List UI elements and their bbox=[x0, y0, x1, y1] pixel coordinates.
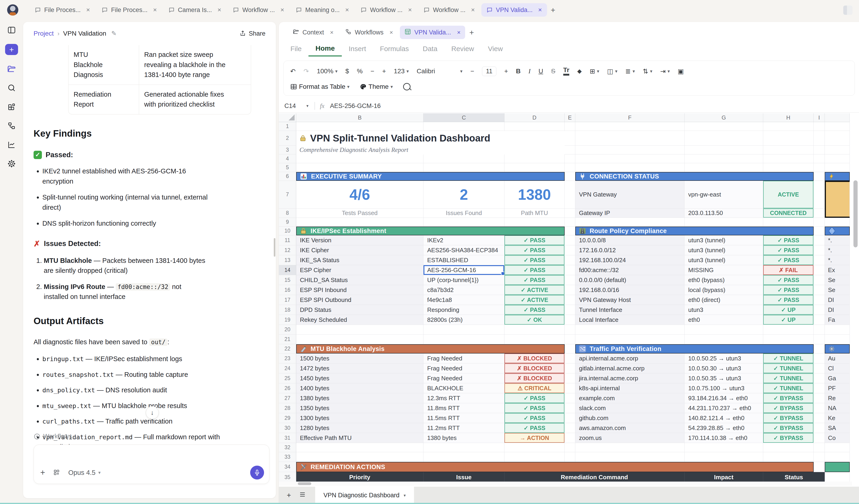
cell[interactable] bbox=[564, 285, 575, 295]
row-header-15[interactable]: 15 bbox=[279, 275, 296, 285]
cell[interactable]: 10.0.0.0/8 bbox=[575, 235, 684, 245]
percent-format-icon[interactable]: % bbox=[357, 67, 363, 75]
cell[interactable] bbox=[825, 334, 850, 344]
clipped-text-cell[interactable]: *. bbox=[825, 235, 850, 245]
row-header-10[interactable]: 10 bbox=[279, 226, 296, 235]
cell[interactable]: 44.231.170.237 → eth0 bbox=[684, 403, 763, 413]
menu-insert[interactable]: Insert bbox=[342, 42, 373, 56]
row-header-12[interactable]: 12 bbox=[279, 245, 296, 255]
cell[interactable]: 192.168.0.0/16 bbox=[575, 285, 684, 295]
cell[interactable]: Rekey Scheduled bbox=[296, 315, 423, 325]
status-badge-cell[interactable]: ✓ OK bbox=[504, 315, 564, 325]
status-badge-cell[interactable]: ✓ PASS bbox=[763, 235, 814, 245]
settings-gear-icon[interactable] bbox=[6, 159, 17, 169]
cell[interactable]: slack.com bbox=[575, 403, 684, 413]
cell[interactable] bbox=[423, 443, 504, 452]
cell[interactable] bbox=[564, 393, 575, 403]
italic-icon[interactable]: I bbox=[529, 67, 531, 75]
panel-toggle-icon[interactable] bbox=[6, 25, 17, 35]
stat-value-cell[interactable]: 1380 bbox=[504, 181, 564, 208]
status-badge-cell[interactable]: ✗ BLOCKED bbox=[504, 353, 564, 363]
column-header-clipped[interactable] bbox=[825, 113, 850, 122]
cell[interactable]: eth0 (bypass) bbox=[684, 275, 763, 285]
menu-data[interactable]: Data bbox=[416, 42, 444, 56]
cell[interactable] bbox=[814, 373, 825, 383]
cell[interactable] bbox=[684, 122, 763, 131]
cell[interactable] bbox=[684, 452, 763, 462]
cell[interactable]: IKE Cipher bbox=[296, 245, 423, 255]
status-badge-cell[interactable]: ✓ PASS bbox=[504, 245, 564, 255]
cell[interactable] bbox=[564, 305, 575, 315]
undo-icon[interactable]: ↶ bbox=[290, 67, 296, 75]
status-badge-cell[interactable]: ✓ PASS bbox=[504, 403, 564, 413]
cell[interactable] bbox=[575, 122, 684, 131]
cell[interactable]: eth0 bbox=[684, 315, 763, 325]
cell[interactable] bbox=[564, 122, 575, 131]
browser-tab[interactable]: Workflow ...× bbox=[356, 3, 417, 17]
column-header-B[interactable]: B bbox=[296, 113, 423, 122]
row-header-11[interactable]: 11 bbox=[279, 235, 296, 245]
row-header-7[interactable]: 7 bbox=[279, 181, 296, 208]
cell[interactable] bbox=[814, 172, 825, 181]
new-chat-button[interactable]: + bbox=[5, 44, 18, 55]
format-as-table-button[interactable]: Format as Table▾ bbox=[290, 83, 349, 90]
cell[interactable]: 93.184.216.34 → eth0 bbox=[684, 393, 763, 403]
dashboard-title-cell[interactable]: VPN Split-Tunnel Validation Dashboard bbox=[296, 131, 564, 146]
cell[interactable]: 1400 bytes bbox=[296, 383, 423, 393]
column-header-F[interactable]: F bbox=[575, 113, 684, 122]
cell[interactable] bbox=[684, 325, 763, 334]
column-header-E[interactable]: E bbox=[564, 113, 575, 122]
row-header-23[interactable]: 23 bbox=[279, 353, 296, 363]
status-badge-cell[interactable]: ✓ PASS bbox=[504, 413, 564, 423]
text-wrap-select[interactable]: ⇥▾ bbox=[660, 67, 670, 75]
cell[interactable] bbox=[825, 472, 850, 483]
menu-view[interactable]: View bbox=[481, 42, 510, 56]
menu-file[interactable]: File bbox=[284, 42, 308, 56]
cell[interactable]: UP (corp-tunnel{1}) bbox=[423, 275, 504, 285]
cell[interactable]: Responding bbox=[423, 305, 504, 315]
status-badge-cell[interactable]: ✓ BYPASS bbox=[763, 413, 814, 423]
cell[interactable]: AES256-SHA384-ECP384 bbox=[423, 245, 504, 255]
row-header-9[interactable]: 9 bbox=[279, 218, 296, 226]
cell[interactable] bbox=[814, 393, 825, 403]
row-header-16[interactable]: 16 bbox=[279, 285, 296, 295]
cell[interactable] bbox=[564, 452, 575, 462]
cell[interactable] bbox=[814, 315, 825, 325]
cell[interactable] bbox=[763, 325, 814, 334]
close-tab-icon[interactable]: × bbox=[471, 6, 474, 14]
cell[interactable]: 1500 bytes bbox=[296, 353, 423, 363]
cell[interactable] bbox=[684, 218, 763, 226]
cell[interactable] bbox=[564, 373, 575, 383]
cell[interactable] bbox=[575, 325, 684, 334]
cell[interactable] bbox=[564, 146, 575, 155]
cell[interactable]: ESP SPI Inbound bbox=[296, 285, 423, 295]
status-badge-cell[interactable]: ✓ PASS bbox=[504, 393, 564, 403]
clipped-text-cell[interactable]: SA bbox=[825, 423, 850, 433]
cell[interactable]: utun3 (tunnel) bbox=[684, 235, 763, 245]
cell[interactable] bbox=[564, 218, 575, 226]
cell[interactable] bbox=[814, 255, 825, 265]
row-header-3[interactable]: 3 bbox=[279, 146, 296, 155]
clipped-text-cell[interactable]: Ga bbox=[825, 373, 850, 383]
close-tab-icon[interactable]: × bbox=[408, 6, 412, 14]
cell[interactable] bbox=[825, 218, 850, 226]
cell[interactable] bbox=[814, 383, 825, 393]
browser-tab[interactable]: Workflow ...× bbox=[228, 3, 289, 17]
menu-home[interactable]: Home bbox=[308, 41, 342, 57]
status-badge-cell[interactable]: ✗ BLOCKED bbox=[504, 363, 564, 373]
workspace-tab-context[interactable]: Context× bbox=[288, 26, 338, 39]
exec-summary-banner[interactable]: EXECUTIVE SUMMARY bbox=[296, 172, 564, 181]
cell[interactable] bbox=[763, 131, 814, 146]
sheet-tab-active[interactable]: VPN Diagnostic Dashboard ▾ bbox=[315, 487, 414, 504]
cell[interactable]: Effective Path MTU bbox=[296, 433, 423, 443]
cell[interactable] bbox=[564, 226, 575, 235]
cell[interactable]: Frag Needed bbox=[423, 373, 504, 383]
cell[interactable]: Gateway IP bbox=[575, 208, 684, 218]
cell[interactable] bbox=[564, 353, 575, 363]
workspace-tab-vpn-valida-[interactable]: VPN Valida...× bbox=[400, 26, 465, 39]
clipped-text-cell[interactable]: Se bbox=[825, 275, 850, 285]
breadcrumb-project[interactable]: Project bbox=[33, 30, 54, 37]
status-badge-cell[interactable]: ✓ ACTIVE bbox=[504, 295, 564, 305]
avatar[interactable] bbox=[7, 4, 18, 16]
cell[interactable] bbox=[296, 218, 423, 226]
